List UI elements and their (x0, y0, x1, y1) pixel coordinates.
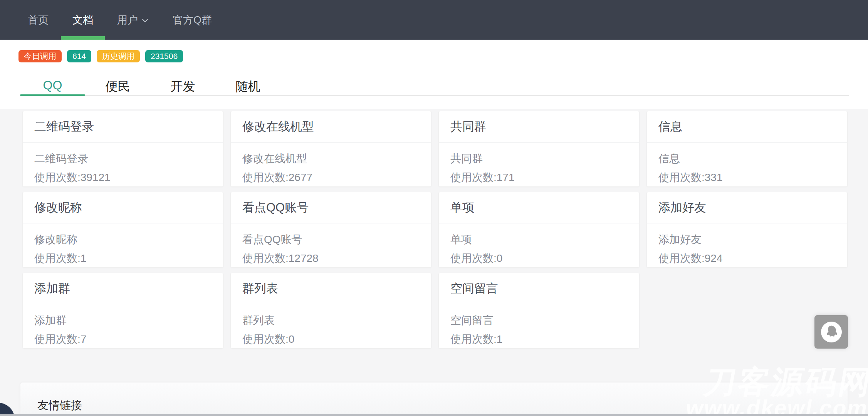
api-card-header: 修改在线机型 (231, 111, 431, 143)
nav-item-user[interactable]: 用户 (117, 0, 149, 40)
api-card-title: 群列表 (242, 280, 278, 297)
api-card[interactable]: 群列表 群列表 使用次数:0 (230, 273, 431, 349)
api-card[interactable]: 修改在线机型 修改在线机型 使用次数:2677 (230, 111, 431, 187)
qq-icon-circle (821, 322, 842, 342)
api-card-title: 修改在线机型 (242, 119, 314, 135)
nav-item-label: 用户 (117, 13, 138, 27)
tab-label: QQ (43, 78, 62, 92)
api-card[interactable]: 添加好友 添加好友 使用次数:924 (646, 192, 848, 268)
api-card-usage-count: 使用次数:0 (242, 333, 420, 346)
api-card-usage-count: 使用次数:2677 (242, 171, 420, 184)
nav-list: 首页 文档 用户 官方Q群 (28, 0, 236, 40)
today-calls-value: 614 (67, 50, 91, 62)
api-card-description: 修改昵称 (34, 233, 212, 246)
tab-development[interactable]: 开发 (150, 74, 215, 95)
api-card-usage-count: 使用次数:924 (658, 252, 836, 265)
chevron-down-icon (141, 17, 149, 24)
main-content: 二维码登录 二维码登录 使用次数:39121 修改在线机型 修改在线机型 使用次… (0, 109, 868, 416)
api-card-description: 单项 (450, 233, 628, 246)
api-card[interactable]: 信息 信息 使用次数:331 (646, 111, 848, 187)
history-calls-label: 历史调用 (97, 50, 140, 62)
api-card-description: 添加群 (34, 314, 212, 327)
api-card[interactable]: 空间留言 空间留言 使用次数:1 (438, 273, 640, 349)
nav-item-home[interactable]: 首页 (28, 0, 49, 40)
api-card-description: 添加好友 (658, 233, 836, 246)
api-card-body: 添加好友 使用次数:924 (647, 223, 847, 265)
api-card-title: 二维码登录 (34, 119, 94, 135)
api-card[interactable]: 共同群 共同群 使用次数:171 (438, 111, 640, 187)
friend-links-title: 友情链接 (20, 382, 848, 413)
api-card-header: 看点QQ账号 (231, 192, 431, 223)
api-card-header: 添加群 (23, 273, 223, 304)
api-card-header: 修改昵称 (23, 192, 223, 223)
api-card-usage-count: 使用次数:12728 (242, 252, 420, 265)
api-card-usage-count: 使用次数:39121 (34, 171, 212, 184)
api-card-body: 修改在线机型 使用次数:2677 (231, 143, 431, 184)
api-card-description: 看点QQ账号 (242, 233, 420, 246)
api-card-usage-count: 使用次数:1 (34, 252, 212, 265)
api-card-usage-count: 使用次数:7 (34, 333, 212, 346)
api-card-usage-count: 使用次数:1 (450, 333, 628, 346)
api-card-header: 信息 (647, 111, 847, 143)
tab-label: 便民 (106, 79, 130, 93)
api-card-description: 群列表 (242, 314, 420, 327)
api-card-header: 共同群 (439, 111, 639, 143)
api-card[interactable]: 添加群 添加群 使用次数:7 (22, 273, 223, 349)
api-card-title: 看点QQ账号 (242, 200, 309, 216)
nav-item-label: 官方Q群 (173, 13, 212, 27)
tab-label: 开发 (171, 79, 195, 93)
tab-qq[interactable]: QQ (20, 74, 85, 95)
tab-convenience[interactable]: 便民 (85, 74, 150, 95)
api-card-title: 空间留言 (450, 280, 498, 297)
api-card-body: 群列表 使用次数:0 (231, 304, 431, 346)
top-navbar: 首页 文档 用户 官方Q群 (0, 0, 868, 40)
active-tab-underline (20, 94, 85, 96)
api-card-body: 添加群 使用次数:7 (23, 304, 223, 346)
api-card-title: 添加好友 (658, 200, 706, 216)
nav-item-label: 首页 (28, 13, 49, 27)
api-card[interactable]: 修改昵称 修改昵称 使用次数:1 (22, 192, 223, 268)
call-stats-badges: 今日调用614历史调用231506 (18, 50, 183, 62)
api-card-title: 单项 (450, 200, 474, 216)
api-card-title: 修改昵称 (34, 200, 82, 216)
category-tabs: QQ 便民 开发 随机 (20, 74, 849, 96)
api-card-body: 共同群 使用次数:171 (439, 143, 639, 184)
today-calls-label: 今日调用 (18, 50, 62, 62)
qq-penguin-icon (823, 324, 839, 340)
qq-contact-button[interactable] (814, 315, 848, 349)
api-card-description: 共同群 (450, 152, 628, 165)
api-card-description: 二维码登录 (34, 152, 212, 165)
api-card[interactable]: 单项 单项 使用次数:0 (438, 192, 640, 268)
api-card-title: 信息 (658, 119, 682, 135)
api-card-description: 信息 (658, 152, 836, 165)
api-card[interactable]: 看点QQ账号 看点QQ账号 使用次数:12728 (230, 192, 431, 268)
api-card-body: 单项 使用次数:0 (439, 223, 639, 265)
tab-label: 随机 (236, 79, 260, 93)
history-calls-value: 231506 (145, 50, 183, 62)
api-card-body: 看点QQ账号 使用次数:12728 (231, 223, 431, 265)
api-card-usage-count: 使用次数:0 (450, 252, 628, 265)
api-card-grid: 二维码登录 二维码登录 使用次数:39121 修改在线机型 修改在线机型 使用次… (22, 111, 848, 349)
nav-item-official-qq-group[interactable]: 官方Q群 (173, 0, 212, 40)
api-card-body: 信息 使用次数:331 (647, 143, 847, 184)
api-card-header: 二维码登录 (23, 111, 223, 143)
api-card-description: 修改在线机型 (242, 152, 420, 165)
tab-random[interactable]: 随机 (215, 74, 280, 95)
api-card-header: 单项 (439, 192, 639, 223)
api-card-title: 共同群 (450, 119, 486, 135)
stats-and-tabs-section: 今日调用614历史调用231506 QQ 便民 开发 随机 (0, 40, 868, 109)
api-card[interactable]: 二维码登录 二维码登录 使用次数:39121 (22, 111, 223, 187)
api-card-body: 空间留言 使用次数:1 (439, 304, 639, 346)
nav-item-label: 文档 (72, 13, 93, 27)
api-card-usage-count: 使用次数:171 (450, 171, 628, 184)
friend-links-panel: 友情链接 (20, 382, 848, 416)
api-card-header: 群列表 (231, 273, 431, 304)
api-card-header: 空间留言 (439, 273, 639, 304)
api-card-header: 添加好友 (647, 192, 847, 223)
bottom-edge-bar (0, 414, 868, 416)
api-card-description: 空间留言 (450, 314, 628, 327)
nav-item-docs[interactable]: 文档 (72, 0, 93, 40)
active-nav-indicator (61, 36, 105, 40)
api-card-usage-count: 使用次数:331 (658, 171, 836, 184)
api-card-body: 修改昵称 使用次数:1 (23, 223, 223, 265)
